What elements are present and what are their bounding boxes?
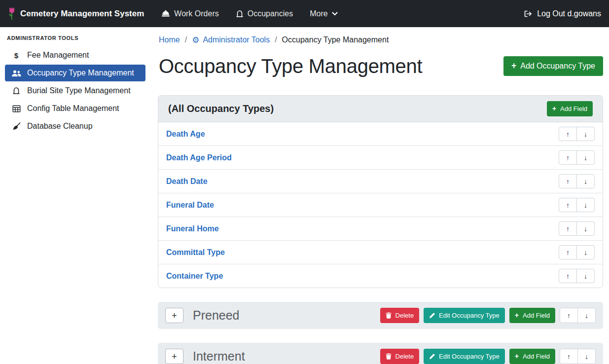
sidebar-item-config-table-management[interactable]: Config Table Management xyxy=(5,100,145,117)
gear-icon: ⚙ xyxy=(192,36,199,44)
move-up-button[interactable]: ↑ xyxy=(559,174,577,188)
reorder-buttons: ↑ ↓ xyxy=(559,198,595,212)
title-row: Occupancy Type Management + Add Occupanc… xyxy=(158,55,603,77)
add-field-button[interactable]: + Add Field xyxy=(509,308,555,323)
move-up-button[interactable]: ↑ xyxy=(560,308,578,323)
edit-occupancy-type-button[interactable]: Edit Occupancy Type xyxy=(424,308,505,323)
arrow-down-icon: ↓ xyxy=(584,272,587,280)
move-up-button[interactable]: ↑ xyxy=(559,245,577,259)
move-down-button[interactable]: ↓ xyxy=(576,245,595,259)
section-actions: Delete Edit Occupancy Type + Add Field xyxy=(380,349,596,364)
sidebar-item-label: Burial Site Type Management xyxy=(27,86,131,95)
nav-more[interactable]: More xyxy=(303,5,344,22)
card-title: (All Occupancy Types) xyxy=(168,103,274,114)
nav-occupancies[interactable]: Occupancies xyxy=(229,5,300,22)
sidebar-item-label: Occupancy Type Management xyxy=(27,69,134,77)
arrow-down-icon: ↓ xyxy=(584,201,587,209)
arrow-down-icon: ↓ xyxy=(584,249,587,256)
field-link[interactable]: Death Age Period xyxy=(166,153,232,162)
arrow-down-icon: ↓ xyxy=(584,130,587,138)
move-down-button[interactable]: ↓ xyxy=(576,150,595,165)
move-down-button[interactable]: ↓ xyxy=(576,198,595,212)
sidebar-item-burial-site-type-management[interactable]: Burial Site Type Management xyxy=(5,82,145,99)
move-up-button[interactable]: ↑ xyxy=(559,221,577,236)
reorder-buttons: ↑ ↓ xyxy=(559,245,595,259)
reorder-buttons: ↑ ↓ xyxy=(560,308,596,323)
all-occupancy-types-card: (All Occupancy Types) + Add Field Death … xyxy=(158,95,603,288)
move-down-button[interactable]: ↓ xyxy=(576,221,595,236)
reorder-buttons: ↑ ↓ xyxy=(559,269,595,283)
arrow-down-icon: ↓ xyxy=(584,178,587,185)
arrow-up-icon: ↑ xyxy=(566,154,570,162)
arrow-up-icon: ↑ xyxy=(566,225,570,233)
field-row: Committal Type ↑ ↓ xyxy=(158,240,603,264)
plus-icon: + xyxy=(515,353,519,360)
sidebar-item-occupancy-type-management[interactable]: Occupancy Type Management xyxy=(5,65,145,81)
logout-link[interactable]: Log Out d.gowans xyxy=(524,9,601,18)
move-down-button[interactable]: ↓ xyxy=(576,269,595,283)
expand-button[interactable]: + xyxy=(165,349,183,364)
arrow-up-icon: ↑ xyxy=(566,130,570,138)
field-link[interactable]: Funeral Date xyxy=(166,201,214,210)
sidebar-item-database-cleanup[interactable]: Database Cleanup xyxy=(5,118,145,135)
app-brand[interactable]: Cemetery Management System xyxy=(8,7,144,20)
field-link[interactable]: Death Date xyxy=(166,177,208,186)
reorder-buttons: ↑ ↓ xyxy=(560,349,596,364)
nav-work-orders[interactable]: Work Orders xyxy=(155,5,225,22)
arrow-up-icon: ↑ xyxy=(567,312,571,320)
pencil-icon xyxy=(429,354,435,360)
move-down-button[interactable]: ↓ xyxy=(576,127,595,141)
move-up-button[interactable]: ↑ xyxy=(559,198,577,212)
sidebar-item-label: Config Table Management xyxy=(27,104,119,113)
flower-logo-icon xyxy=(8,7,16,20)
sidebar-item-label: Fee Management xyxy=(27,51,89,60)
move-up-button[interactable]: ↑ xyxy=(559,150,577,165)
plus-icon: + xyxy=(552,106,556,112)
reorder-buttons: ↑ ↓ xyxy=(559,221,595,236)
move-up-button[interactable]: ↑ xyxy=(560,349,578,364)
hard-hat-icon xyxy=(161,10,170,17)
field-row: Death Age Period ↑ ↓ xyxy=(158,146,603,169)
logout-label: Log Out d.gowans xyxy=(537,9,601,18)
arrow-up-icon: ↑ xyxy=(566,201,570,209)
delete-button[interactable]: Delete xyxy=(380,349,420,364)
top-navbar: Cemetery Management System Work Orders xyxy=(0,0,609,27)
edit-label: Edit Occupancy Type xyxy=(439,353,500,360)
move-down-button[interactable]: ↓ xyxy=(577,308,596,323)
app-window: Cemetery Management System Work Orders xyxy=(0,0,609,364)
page-title: Occupancy Type Management xyxy=(159,55,422,77)
move-down-button[interactable]: ↓ xyxy=(576,174,595,188)
field-link[interactable]: Committal Type xyxy=(166,248,225,257)
sign-out-icon xyxy=(524,10,533,18)
field-link[interactable]: Death Age xyxy=(166,130,205,139)
move-down-button[interactable]: ↓ xyxy=(577,349,596,364)
add-field-button[interactable]: + Add Field xyxy=(509,349,555,364)
breadcrumb-separator: / xyxy=(185,36,187,44)
tombstone-icon xyxy=(236,10,244,18)
occupancy-type-title: Preneed xyxy=(193,308,240,323)
arrow-up-icon: ↑ xyxy=(567,353,571,361)
arrow-up-icon: ↑ xyxy=(566,178,570,185)
add-occupancy-type-button[interactable]: + Add Occupancy Type xyxy=(503,56,603,76)
occupancy-type-section-preneed: + Preneed Delete xyxy=(158,302,603,329)
move-up-button[interactable]: ↑ xyxy=(559,269,577,283)
field-row: Container Type ↑ ↓ xyxy=(158,264,603,288)
field-row: Funeral Home ↑ ↓ xyxy=(158,217,603,240)
move-up-button[interactable]: ↑ xyxy=(559,127,577,141)
edit-occupancy-type-button[interactable]: Edit Occupancy Type xyxy=(424,349,505,364)
expand-button[interactable]: + xyxy=(165,308,183,323)
nav-work-orders-label: Work Orders xyxy=(174,9,218,18)
field-row: Death Date ↑ ↓ xyxy=(158,169,603,193)
reorder-buttons: ↑ ↓ xyxy=(559,174,595,188)
tombstone-icon xyxy=(11,87,21,95)
field-row: Death Age ↑ ↓ xyxy=(158,122,603,146)
breadcrumb-administrator-tools[interactable]: ⚙ Administrator Tools xyxy=(192,36,270,44)
add-field-button[interactable]: + Add Field xyxy=(547,101,593,116)
delete-button[interactable]: Delete xyxy=(380,308,420,323)
sidebar-item-fee-management[interactable]: $ Fee Management xyxy=(5,47,145,64)
breadcrumb-home[interactable]: Home xyxy=(159,36,180,44)
field-link[interactable]: Funeral Home xyxy=(166,224,219,233)
nav-more-label: More xyxy=(310,9,327,18)
field-link[interactable]: Container Type xyxy=(166,272,223,281)
trash-icon xyxy=(386,312,392,319)
